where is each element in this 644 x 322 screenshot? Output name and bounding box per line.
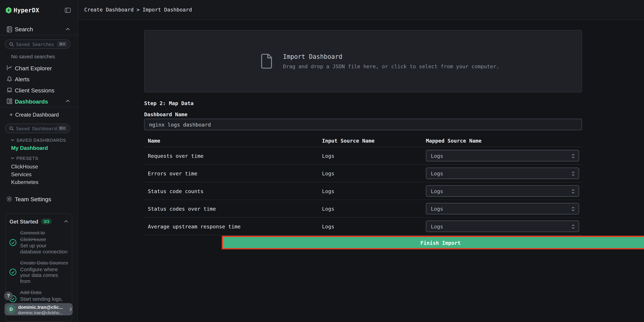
laptop-icon — [6, 87, 12, 93]
dropzone-subtitle: Drag and drop a JSON file here, or click… — [283, 63, 500, 69]
column-header-name: Name — [148, 138, 160, 144]
chart-name: Average upstream response time — [148, 224, 240, 230]
shortcut-badge: ⌘K — [57, 125, 68, 131]
select-chevrons-icon — [571, 171, 575, 176]
saved-dashboards-group-header[interactable]: SAVED DASHBOARDS — [0, 137, 78, 143]
mapped-source-select[interactable]: Logs — [426, 150, 579, 161]
sidebar-item-services[interactable]: Services — [11, 171, 32, 178]
sidebar-collapse-icon[interactable] — [64, 7, 71, 14]
chart-name: Status code counts — [148, 188, 204, 194]
dashboard-name-input[interactable] — [144, 119, 582, 130]
check-circle-icon — [10, 239, 16, 246]
divider — [0, 35, 78, 35]
group-header-label: SAVED DASHBOARDS — [16, 138, 66, 142]
search-section-icon — [6, 26, 12, 32]
get-started-item-sources[interactable]: Create Data Sources Configure where your… — [10, 260, 68, 284]
chart-name: Errors over time — [148, 170, 197, 176]
sidebar-item-label: Alerts — [15, 76, 30, 82]
search-icon — [9, 126, 14, 131]
get-started-title: Get Started — [10, 218, 38, 224]
sidebar-item-alerts[interactable]: Alerts — [0, 74, 78, 85]
step-description: Configure where your data comes from — [20, 266, 68, 284]
create-dashboard-button[interactable]: + Create Dashboard — [0, 109, 78, 120]
brand-title: HyperDX — [14, 7, 39, 14]
step-description: Set up your database connection — [20, 243, 68, 255]
sidebar-item-label: Client Sessions — [15, 87, 54, 94]
saved-searches-input[interactable] — [15, 40, 58, 49]
saved-dashboards-input[interactable] — [15, 124, 58, 133]
input-source: Logs — [322, 206, 334, 212]
sidebar: HyperDX Search ⌘K No saved searches — [0, 0, 78, 322]
no-saved-searches-text: No saved searches — [11, 54, 55, 60]
mapping-table: Name Input Source Name Mapped Source Nam… — [144, 136, 582, 235]
shortcut-badge: ⌘K — [57, 41, 68, 47]
table-header-row: Name Input Source Name Mapped Source Nam… — [144, 136, 582, 147]
breadcrumb-parent[interactable]: Create Dashboard — [84, 6, 134, 13]
finish-import-button[interactable]: Finish Import — [222, 236, 644, 249]
bell-icon — [6, 76, 12, 82]
team-settings-label: Team Settings — [15, 196, 51, 202]
chevron-down-icon — [11, 139, 14, 142]
input-source: Logs — [322, 224, 334, 230]
input-source: Logs — [322, 170, 334, 176]
step-label: Step 2: Map Data — [144, 100, 194, 106]
sidebar-item-client-sessions[interactable]: Client Sessions — [0, 85, 78, 96]
sidebar-item-label: Chart Explorer — [15, 65, 52, 72]
chevron-up-icon — [66, 28, 70, 30]
breadcrumb-current: Import Dashboard — [142, 6, 192, 13]
table-row: Status code counts Logs Logs — [144, 182, 582, 200]
chart-name: Requests over time — [148, 153, 204, 159]
chevron-up-icon — [66, 100, 70, 102]
table-row: Average upstream response time Logs Logs — [144, 218, 582, 235]
chart-name: Status codes over time — [148, 206, 216, 212]
sidebar-item-chart-explorer[interactable]: Chart Explorer — [0, 62, 78, 74]
get-started-header: Get Started 3/3 — [10, 218, 68, 225]
sidebar-item-team-settings[interactable]: Team Settings — [0, 194, 78, 205]
app-window: HyperDX Search ⌘K No saved searches — [0, 0, 644, 322]
step-title: Connect to ClickHouse — [20, 230, 68, 242]
plus-icon: + — [10, 111, 13, 118]
logo-row: HyperDX — [0, 5, 78, 16]
topbar: Create Dashboard > Import Dashboard — [78, 0, 644, 20]
chevron-down-icon — [11, 157, 14, 160]
sidebar-item-dashboards[interactable]: Dashboards — [0, 96, 78, 107]
import-dropzone[interactable]: Import Dashboard Drag and drop a JSON fi… — [144, 30, 582, 92]
select-value: Logs — [431, 153, 443, 159]
help-button[interactable]: ? — [4, 292, 13, 300]
chevron-right-icon — [70, 307, 72, 311]
saved-searches-searchbox[interactable]: ⌘K — [5, 39, 70, 49]
search-section-label: Search — [15, 26, 33, 32]
breadcrumb: Create Dashboard > Import Dashboard — [84, 6, 192, 13]
search-icon — [9, 42, 14, 47]
sidebar-item-clickhouse[interactable]: ClickHouse — [11, 164, 38, 170]
profile-menu[interactable]: D dominic.tran@clic... dominic.tran@clic… — [4, 303, 73, 316]
select-value: Logs — [431, 224, 443, 230]
line-chart-icon — [6, 65, 12, 70]
mapped-source-select[interactable]: Logs — [426, 221, 579, 232]
select-chevrons-icon — [571, 206, 575, 212]
divider — [0, 107, 78, 107]
mapped-source-select[interactable]: Logs — [426, 168, 579, 179]
breadcrumb-separator: > — [136, 6, 140, 13]
presets-group-header[interactable]: PRESETS — [0, 155, 78, 161]
progress-badge: 3/3 — [41, 218, 52, 224]
input-source: Logs — [322, 153, 334, 159]
profile-email: dominic.tran@clickho... — [18, 310, 66, 315]
select-value: Logs — [431, 188, 443, 194]
select-chevrons-icon — [571, 224, 575, 230]
table-row: Status codes over time Logs Logs — [144, 200, 582, 218]
table-row: Requests over time Logs Logs — [144, 147, 582, 165]
sidebar-item-label: Dashboards — [15, 98, 48, 105]
mapped-source-select[interactable]: Logs — [426, 185, 579, 197]
select-value: Logs — [431, 206, 443, 212]
chevron-up-icon[interactable] — [64, 220, 68, 223]
avatar: D — [6, 305, 16, 314]
input-source: Logs — [322, 188, 334, 194]
sidebar-item-kubernetes[interactable]: Kubernetes — [11, 179, 38, 185]
mapped-source-select[interactable]: Logs — [426, 203, 579, 214]
sidebar-item-my-dashboard[interactable]: My Dashboard — [11, 145, 48, 151]
get-started-item-connect[interactable]: Connect to ClickHouse Set up your databa… — [10, 230, 68, 254]
hyperdx-logo-icon — [6, 7, 12, 14]
sidebar-section-search[interactable]: Search — [0, 24, 78, 35]
saved-dashboards-searchbox[interactable]: ⌘K — [5, 124, 70, 133]
